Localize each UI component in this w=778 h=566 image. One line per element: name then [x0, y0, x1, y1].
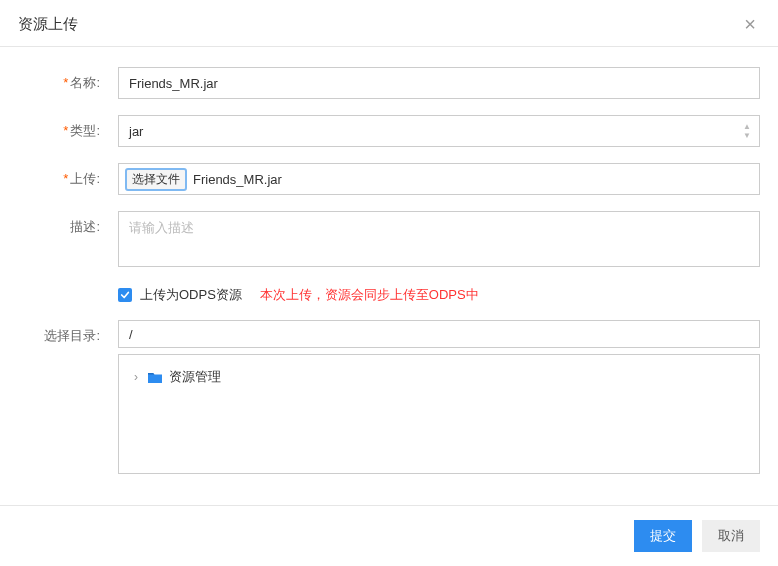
upload-resource-modal: 资源上传 × *名称: *类型: jar ▲▼	[0, 0, 778, 566]
name-input[interactable]	[118, 67, 760, 99]
cancel-button[interactable]: 取消	[702, 520, 760, 552]
tree-item-label: 资源管理	[169, 368, 221, 386]
odps-label: 上传为ODPS资源	[140, 286, 242, 304]
modal-footer: 提交 取消	[0, 505, 778, 566]
close-icon: ×	[744, 13, 756, 35]
choose-file-button[interactable]: 选择文件	[125, 168, 187, 191]
description-row: 描述:	[18, 211, 760, 270]
type-row: *类型: jar ▲▼	[18, 115, 760, 147]
modal-title: 资源上传	[18, 15, 78, 34]
tree-item[interactable]: › 资源管理	[127, 365, 751, 389]
description-textarea[interactable]	[118, 211, 760, 267]
select-arrows-icon: ▲▼	[743, 123, 751, 140]
file-input-wrap: 选择文件 Friends_MR.jar	[118, 163, 760, 195]
odps-checkbox[interactable]	[118, 288, 132, 302]
type-select[interactable]: jar ▲▼	[118, 115, 760, 147]
directory-tree[interactable]: › 资源管理	[118, 354, 760, 474]
name-row: *名称:	[18, 67, 760, 99]
name-label: *名称:	[18, 67, 118, 92]
odps-warning: 本次上传，资源会同步上传至ODPS中	[260, 286, 479, 304]
type-value: jar	[129, 124, 143, 139]
directory-row: 选择目录: › 资源管理	[18, 320, 760, 474]
directory-path-input[interactable]	[118, 320, 760, 348]
upload-label: *上传:	[18, 163, 118, 188]
chevron-right-icon[interactable]: ›	[131, 370, 141, 384]
directory-label: 选择目录:	[18, 320, 118, 345]
selected-filename: Friends_MR.jar	[193, 172, 282, 187]
description-label: 描述:	[18, 211, 118, 236]
check-icon	[120, 290, 130, 300]
type-label: *类型:	[18, 115, 118, 140]
odps-row: 上传为ODPS资源 本次上传，资源会同步上传至ODPS中	[18, 286, 760, 304]
submit-button[interactable]: 提交	[634, 520, 692, 552]
upload-row: *上传: 选择文件 Friends_MR.jar	[18, 163, 760, 195]
close-button[interactable]: ×	[740, 14, 760, 34]
modal-header: 资源上传 ×	[0, 0, 778, 47]
modal-body: *名称: *类型: jar ▲▼ *上传:	[0, 47, 778, 505]
folder-icon	[147, 371, 163, 384]
